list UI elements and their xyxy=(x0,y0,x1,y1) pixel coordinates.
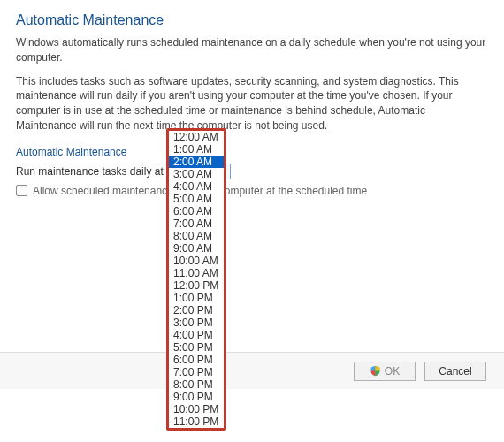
time-option[interactable]: 5:00 AM xyxy=(169,193,224,205)
run-maintenance-label: Run maintenance tasks daily at xyxy=(16,165,164,178)
time-option[interactable]: 1:00 AM xyxy=(169,143,224,156)
time-option[interactable]: 2:00 PM xyxy=(169,304,224,316)
wake-label-after: computer at the scheduled time xyxy=(219,185,367,197)
ok-button[interactable]: OK xyxy=(354,362,416,381)
time-option[interactable]: 3:00 AM xyxy=(169,168,224,180)
time-option[interactable]: 7:00 PM xyxy=(169,366,224,378)
time-option[interactable]: 11:00 AM xyxy=(169,267,224,279)
description-2: This includes tasks such as software upd… xyxy=(16,74,488,133)
time-option[interactable]: 8:00 AM xyxy=(169,230,224,242)
section-label: Automatic Maintenance xyxy=(16,146,488,158)
time-dropdown-list[interactable]: 12:00 AM1:00 AM2:00 AM3:00 AM4:00 AM5:00… xyxy=(169,131,224,428)
time-option[interactable]: 5:00 PM xyxy=(169,341,224,354)
time-option[interactable]: 6:00 PM xyxy=(169,354,224,366)
cancel-button-label: Cancel xyxy=(439,365,471,377)
page-title: Automatic Maintenance xyxy=(16,12,488,28)
time-option[interactable]: 7:00 AM xyxy=(169,217,224,230)
wake-label-before: Allow scheduled maintenance xyxy=(33,185,173,197)
time-option[interactable]: 10:00 PM xyxy=(169,403,224,415)
time-option[interactable]: 9:00 AM xyxy=(169,242,224,255)
time-option[interactable]: 6:00 AM xyxy=(169,205,224,217)
time-option[interactable]: 1:00 PM xyxy=(169,292,224,304)
dialog-footer: OK Cancel xyxy=(0,352,504,389)
time-option[interactable]: 12:00 AM xyxy=(169,131,224,143)
wake-checkbox[interactable] xyxy=(16,185,27,196)
ok-button-label: OK xyxy=(385,365,400,377)
time-option[interactable]: 3:00 PM xyxy=(169,316,224,329)
uac-shield-icon xyxy=(370,365,381,377)
dropdown-highlight: 12:00 AM1:00 AM2:00 AM3:00 AM4:00 AM5:00… xyxy=(166,128,226,431)
cancel-button[interactable]: Cancel xyxy=(424,362,486,381)
time-option[interactable]: 4:00 AM xyxy=(169,180,224,193)
time-option[interactable]: 8:00 PM xyxy=(169,378,224,391)
description-1: Windows automatically runs scheduled mai… xyxy=(16,35,488,65)
time-option[interactable]: 9:00 PM xyxy=(169,391,224,403)
time-option[interactable]: 10:00 AM xyxy=(169,255,224,267)
time-option[interactable]: 4:00 PM xyxy=(169,329,224,341)
time-option[interactable]: 11:00 PM xyxy=(169,415,224,428)
time-option[interactable]: 12:00 PM xyxy=(169,279,224,292)
time-option[interactable]: 2:00 AM xyxy=(169,156,224,168)
